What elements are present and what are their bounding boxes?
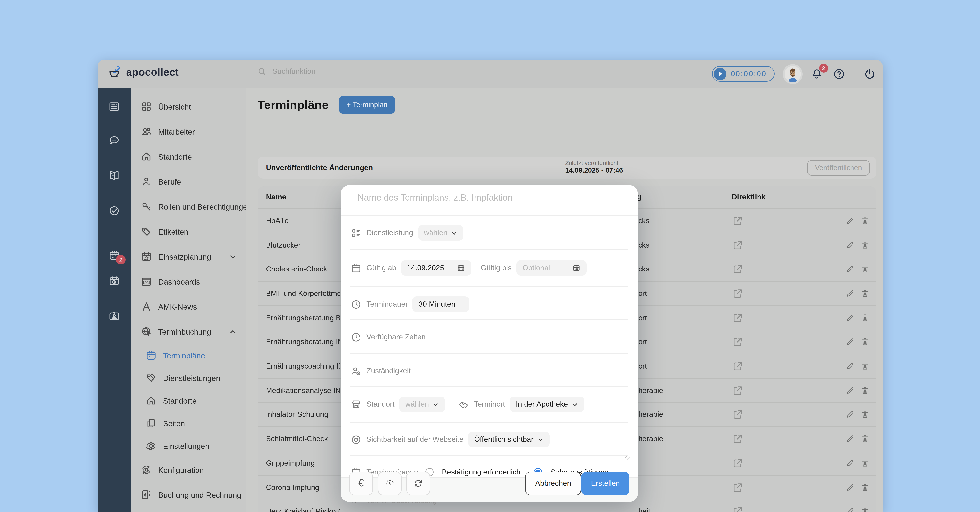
create-button[interactable]: Erstellen bbox=[581, 472, 629, 495]
rail-book-icon[interactable] bbox=[108, 170, 120, 182]
avatar[interactable] bbox=[785, 66, 801, 82]
delete-button[interactable] bbox=[860, 240, 870, 250]
history-button[interactable] bbox=[378, 472, 402, 495]
search-input[interactable] bbox=[272, 67, 391, 76]
sidebar-item-konfiguration[interactable]: Konfiguration bbox=[131, 457, 246, 482]
sidebar-item-mitarbeiter[interactable]: Mitarbeiter bbox=[131, 119, 246, 144]
field-label: Standort bbox=[366, 400, 395, 408]
delete-button[interactable] bbox=[860, 386, 870, 395]
direktlink-button[interactable] bbox=[732, 239, 744, 251]
verfuegbare-zeiten-field[interactable]: Verfügbare Zeiten bbox=[366, 333, 426, 341]
plan-name-field[interactable] bbox=[341, 185, 638, 215]
delete-button[interactable] bbox=[860, 434, 870, 443]
edit-button[interactable] bbox=[845, 361, 855, 371]
direktlink-button[interactable] bbox=[732, 482, 744, 493]
plan-name-input[interactable] bbox=[358, 192, 613, 203]
sync-button[interactable] bbox=[406, 472, 430, 495]
delete-button[interactable] bbox=[860, 361, 870, 371]
sidebar-item-standorte[interactable]: Standorte bbox=[131, 389, 246, 412]
logout-button[interactable] bbox=[864, 68, 876, 80]
sidebar-item-einsatzplanung[interactable]: Einsatzplanung bbox=[131, 244, 246, 269]
direktlink-button[interactable] bbox=[732, 312, 744, 324]
delete-button[interactable] bbox=[860, 458, 870, 468]
edit-button[interactable] bbox=[845, 313, 855, 322]
sidebar-item-seiten[interactable]: Seiten bbox=[131, 412, 246, 435]
direktlink-button[interactable] bbox=[732, 215, 744, 227]
add-terminplan-button[interactable]: + Terminplan bbox=[339, 96, 395, 114]
delete-button[interactable] bbox=[860, 410, 870, 419]
sidebar-item-label: Dienstleistungen bbox=[163, 374, 220, 383]
direktlink-button[interactable] bbox=[732, 433, 744, 445]
edit-button[interactable] bbox=[845, 265, 855, 274]
sidebar-item-dienstleistungen[interactable]: Dienstleistungen bbox=[131, 367, 246, 389]
direktlink-button[interactable] bbox=[732, 336, 744, 348]
dienstleistung-select[interactable]: wählen bbox=[418, 225, 464, 241]
terminort-select[interactable]: In der Apotheke bbox=[510, 397, 584, 412]
rail-calendar-dots-icon[interactable]: 2 bbox=[108, 249, 120, 262]
delete-button[interactable] bbox=[860, 337, 870, 347]
edit-button[interactable] bbox=[845, 507, 855, 512]
gueltig-ab-input[interactable]: 14.09.2025 bbox=[401, 260, 471, 276]
sidebar-item-rollen-und-berechtigungen[interactable]: Rollen und Berechtigungen bbox=[131, 194, 246, 219]
external-link-icon bbox=[732, 506, 744, 512]
edit-button[interactable] bbox=[845, 410, 855, 419]
search-bar[interactable] bbox=[257, 67, 391, 76]
time-tracker[interactable]: 00:00:00 bbox=[712, 66, 775, 81]
delete-button[interactable] bbox=[860, 313, 870, 322]
rail-chat-icon[interactable] bbox=[108, 134, 120, 147]
sidebar-item-terminbuchung[interactable]: Terminbuchung bbox=[131, 319, 246, 344]
standort-select[interactable]: wählen bbox=[399, 397, 445, 412]
id-card-icon bbox=[108, 310, 120, 322]
edit-button[interactable] bbox=[845, 434, 855, 443]
cancel-button[interactable]: Abbrechen bbox=[525, 472, 581, 495]
sidebar-item-dashboards[interactable]: Dashboards bbox=[131, 269, 246, 294]
sidebar-item-einstellungen[interactable]: Einstellungen bbox=[131, 435, 246, 457]
sidebar-item-terminpläne[interactable]: Terminpläne bbox=[131, 344, 246, 367]
delete-button[interactable] bbox=[860, 507, 870, 512]
sidebar-item-übersicht[interactable]: Übersicht bbox=[131, 94, 246, 119]
sidebar-item-amk-news[interactable]: AMK-News bbox=[131, 294, 246, 319]
edit-button[interactable] bbox=[845, 386, 855, 395]
publish-button[interactable]: Veröffentlichen bbox=[807, 160, 870, 175]
radio-label[interactable]: Bestätigung erforderlich bbox=[442, 468, 520, 476]
rail-news-icon[interactable] bbox=[108, 100, 120, 113]
termindauer-input[interactable]: 30 Minuten bbox=[412, 297, 469, 312]
direktlink-button[interactable] bbox=[732, 287, 744, 300]
direktlink-button[interactable] bbox=[732, 457, 744, 469]
zustaendigkeit-field[interactable]: Zuständigkeit bbox=[366, 367, 411, 375]
edit-button[interactable] bbox=[845, 240, 855, 250]
delete-button[interactable] bbox=[860, 216, 870, 226]
delete-button[interactable] bbox=[860, 483, 870, 492]
edit-button[interactable] bbox=[845, 483, 855, 492]
direktlink-button[interactable] bbox=[732, 506, 744, 512]
trash-icon bbox=[860, 483, 870, 492]
sidebar-item-buchung-und-rechnung[interactable]: Buchung und Rechnung bbox=[131, 482, 246, 507]
rail-id-card-icon[interactable] bbox=[108, 310, 120, 322]
edit-button[interactable] bbox=[845, 458, 855, 468]
play-icon[interactable] bbox=[714, 68, 727, 80]
external-link-icon bbox=[732, 384, 744, 396]
external-link-icon bbox=[732, 287, 744, 300]
last-published-value: 14.09.2025 - 07:46 bbox=[565, 167, 623, 174]
edit-button[interactable] bbox=[845, 337, 855, 347]
direktlink-button[interactable] bbox=[732, 408, 744, 421]
delete-button[interactable] bbox=[860, 289, 870, 298]
edit-button[interactable] bbox=[845, 216, 855, 226]
direktlink-button[interactable] bbox=[732, 360, 744, 372]
sidebar-item-label: Standorte bbox=[163, 396, 197, 405]
sidebar-item-etiketten[interactable]: Etiketten bbox=[131, 219, 246, 244]
delete-button[interactable] bbox=[860, 265, 870, 274]
gueltig-bis-input[interactable]: Optional bbox=[516, 260, 587, 276]
sichtbarkeit-select[interactable]: Öffentlich sichtbar bbox=[468, 432, 549, 447]
direktlink-button[interactable] bbox=[732, 384, 744, 396]
rail-calendar-clock-icon[interactable] bbox=[108, 275, 120, 287]
help-button[interactable] bbox=[833, 68, 845, 80]
chevron-down-icon bbox=[433, 401, 439, 408]
direktlink-button[interactable] bbox=[732, 263, 744, 275]
euro-button[interactable]: € bbox=[349, 472, 373, 495]
notifications-button[interactable]: 2 bbox=[811, 68, 823, 80]
rail-check-circle-icon[interactable] bbox=[108, 205, 120, 217]
edit-button[interactable] bbox=[845, 289, 855, 298]
sidebar-item-standorte[interactable]: Standorte bbox=[131, 144, 246, 169]
sidebar-item-berufe[interactable]: Berufe bbox=[131, 169, 246, 194]
